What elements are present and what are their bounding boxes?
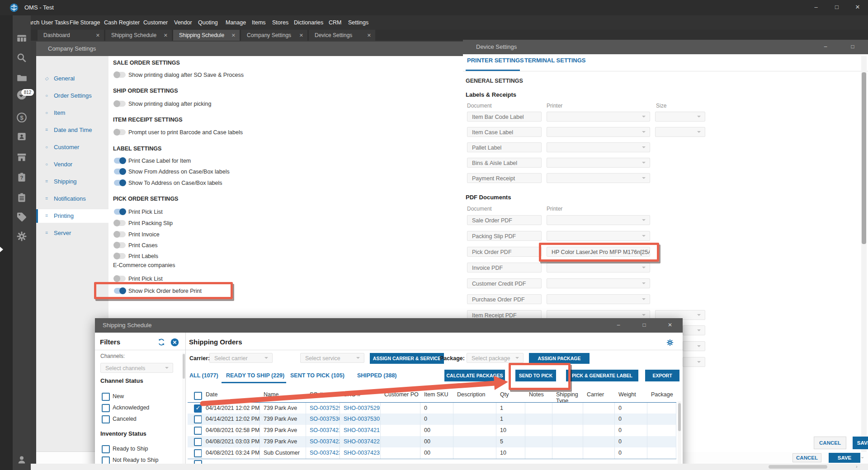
document-field[interactable]: Invoice PDF xyxy=(467,263,542,273)
checkbox[interactable] xyxy=(102,404,110,412)
device-save-button[interactable]: SAVE xyxy=(853,437,868,449)
column-header-qty[interactable]: Qty xyxy=(500,392,524,398)
package-dropdown[interactable]: Select package xyxy=(467,353,524,363)
sidebar-item-shipping[interactable]: =Shipping xyxy=(36,175,108,188)
tag-icon[interactable] xyxy=(16,211,28,223)
dashboard-icon[interactable] xyxy=(16,33,28,44)
menu-item-customer[interactable]: Customer xyxy=(143,15,168,30)
column-header-date[interactable]: Date xyxy=(206,392,259,398)
document-field[interactable]: Packing Slip PDF xyxy=(467,231,542,241)
order-clipboard-icon[interactable] xyxy=(16,192,28,203)
table-row[interactable]: 04/08/2021 03:03 PM739 Park AveSO-003742… xyxy=(188,436,676,448)
scroll-right-icon[interactable]: › xyxy=(856,464,858,469)
row-checkbox[interactable] xyxy=(194,427,202,435)
toggle-switch[interactable] xyxy=(114,242,126,248)
table-row[interactable]: 04/08/2021 02:58 PM739 Park AveSO-003742… xyxy=(188,425,676,437)
export-button[interactable]: EXPORT xyxy=(645,370,679,381)
toggle-switch[interactable] xyxy=(114,72,126,78)
app-close-button[interactable]: ✕ xyxy=(847,0,868,15)
table-row[interactable]: 04/08/2021 03:24 PMSub CustomerSO-003742… xyxy=(188,447,676,459)
service-dropdown[interactable]: Select service xyxy=(300,353,364,363)
toggle-switch[interactable] xyxy=(114,101,126,107)
toggle-switch[interactable] xyxy=(114,129,126,135)
orders-settings-gear-icon[interactable] xyxy=(666,338,674,347)
checkbox[interactable] xyxy=(102,393,110,401)
row-checkbox[interactable] xyxy=(194,449,202,457)
user-icon[interactable] xyxy=(16,454,28,465)
contacts-icon[interactable] xyxy=(16,131,28,142)
device-settings-scrollbar[interactable] xyxy=(861,56,867,452)
cell-sho[interactable]: SHO-0037530 xyxy=(340,414,381,425)
filters-scrollbar[interactable] xyxy=(182,352,185,470)
printer-dropdown[interactable] xyxy=(547,112,650,122)
device-maximize-button[interactable]: □ xyxy=(844,40,862,54)
finance-icon[interactable]: $ xyxy=(16,112,28,123)
tab-close-icon[interactable]: ✕ xyxy=(96,30,100,41)
toggle-switch[interactable] xyxy=(114,220,126,226)
orders-tab-3[interactable]: SENT TO PICK (105) xyxy=(290,372,344,379)
toggle-switch[interactable] xyxy=(114,209,126,215)
store-icon[interactable] xyxy=(16,151,28,163)
printer-dropdown[interactable] xyxy=(547,142,650,152)
document-field[interactable]: Item Case Label xyxy=(467,127,542,137)
size-dropdown[interactable] xyxy=(655,127,705,137)
bottom-scrollbar-thumb[interactable] xyxy=(769,465,827,469)
menu-item-quoting[interactable]: Quoting xyxy=(198,15,218,30)
document-field[interactable]: Pick Order PDF xyxy=(467,247,542,257)
column-header-customer-po[interactable]: Customer PO xyxy=(384,392,420,398)
bottom-scrollbar[interactable]: › xyxy=(31,464,868,470)
row-checkbox[interactable] xyxy=(194,438,202,446)
column-header-weight[interactable]: Weight xyxy=(618,392,646,398)
document-field[interactable]: Purchase Order PDF xyxy=(467,294,542,304)
orders-tab-1[interactable]: ALL (1077) xyxy=(189,372,218,379)
menu-item-stores[interactable]: Stores xyxy=(272,15,288,30)
toggle-switch[interactable] xyxy=(114,253,126,259)
cell-so[interactable]: SO-0037423 xyxy=(306,447,340,459)
printer-dropdown[interactable] xyxy=(547,278,650,288)
size-dropdown[interactable] xyxy=(655,112,705,122)
table-row[interactable]: 04/14/2021 12:02 PM739 Park AveSO-003752… xyxy=(188,402,676,415)
column-header-sho-[interactable]: SHO # xyxy=(344,392,380,398)
tab-close-icon[interactable]: ✕ xyxy=(164,30,168,41)
shipping-maximize-button[interactable]: □ xyxy=(635,318,653,333)
printer-dropdown[interactable] xyxy=(547,127,650,137)
document-field[interactable]: Bins & Aisle Label xyxy=(467,158,542,168)
tab-close-icon[interactable]: ✕ xyxy=(367,30,371,41)
folder-icon[interactable] xyxy=(16,72,28,84)
column-header-so-[interactable]: SO # xyxy=(310,392,339,398)
tab-shipping-schedule[interactable]: Shipping Schedule✕ xyxy=(173,30,240,41)
toggle-switch[interactable] xyxy=(114,158,126,164)
shipping-minimize-button[interactable]: – xyxy=(609,318,627,333)
sidebar-item-server[interactable]: =Server xyxy=(36,226,108,240)
printer-dropdown[interactable] xyxy=(547,263,650,273)
printer-dropdown[interactable] xyxy=(547,215,650,225)
assign-package-button[interactable]: ASSIGN PACKAGE xyxy=(529,353,590,364)
toggle-switch[interactable] xyxy=(114,231,126,237)
sidebar-item-general[interactable]: ◇General xyxy=(36,72,108,85)
cell-so[interactable]: SO-0037530 xyxy=(306,414,340,425)
document-field[interactable]: Pallet Label xyxy=(467,142,542,152)
column-header-notes[interactable]: Notes xyxy=(529,392,552,398)
refresh-icon[interactable] xyxy=(157,338,165,346)
toggle-switch[interactable] xyxy=(114,180,126,186)
menu-item-cash-register[interactable]: Cash Register xyxy=(104,15,140,30)
menu-item-dictionaries[interactable]: Dictionaries xyxy=(294,15,323,30)
cell-so[interactable]: SO-0037421 xyxy=(306,425,340,436)
device-settings-titlebar[interactable]: Device Settings – □ xyxy=(463,40,868,54)
device-cancel-button[interactable]: CANCEL xyxy=(814,437,846,449)
printer-dropdown[interactable] xyxy=(547,231,650,241)
menu-item-file-storage[interactable]: File Storage xyxy=(70,15,100,30)
cell-sho[interactable]: SHO-0037422 xyxy=(340,436,381,447)
sidebar-expand-icon[interactable] xyxy=(0,247,3,252)
pick-generate-label-button[interactable]: PICK & GENERATE LABEL xyxy=(566,370,638,381)
cell-so[interactable]: SO-0037529 xyxy=(306,403,340,414)
company-save-button[interactable]: SAVE xyxy=(829,453,860,463)
printer-dropdown[interactable] xyxy=(547,294,650,304)
menu-item-items[interactable]: Items xyxy=(252,15,266,30)
cell-sho[interactable]: SHO-0037529 xyxy=(340,403,381,414)
app-minimize-button[interactable]: – xyxy=(806,0,826,15)
checkbox[interactable] xyxy=(102,445,110,453)
row-checkbox[interactable] xyxy=(194,404,202,413)
carrier-dropdown[interactable]: Select carrier xyxy=(209,353,273,363)
menu-item-manage[interactable]: Manage xyxy=(226,15,246,30)
